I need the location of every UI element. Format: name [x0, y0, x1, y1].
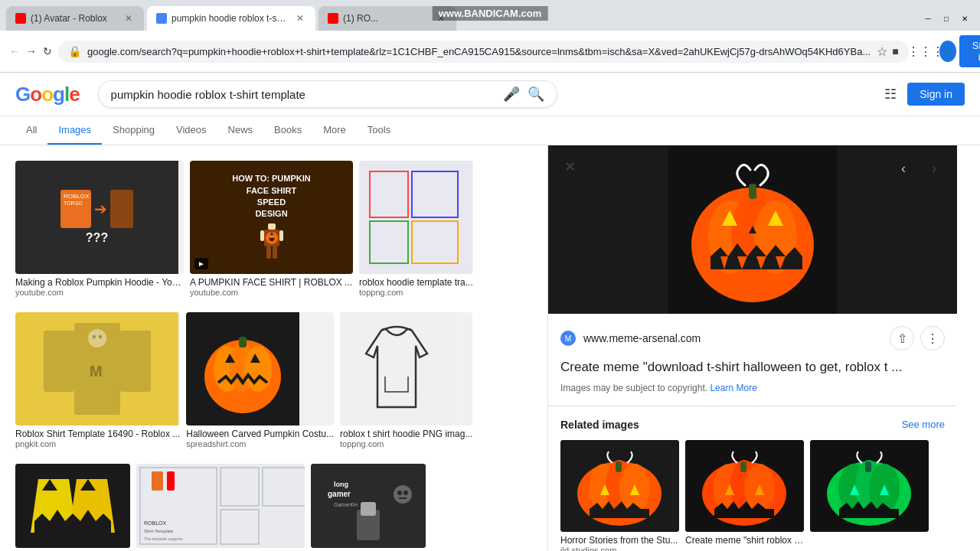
svg-text:This template supports: This template supports: [144, 536, 183, 541]
tab-2[interactable]: pumpkin hoodie roblox t-shirt te... ✕: [147, 6, 315, 31]
related-image-1[interactable]: Horror Stories from the Stu... jld-studi…: [560, 440, 679, 551]
apps-icon[interactable]: ⋮⋮⋮: [915, 41, 936, 62]
window-controls: ─ □ ✕: [919, 9, 974, 28]
source-favicon: M: [560, 331, 576, 346]
img-meta-3: roblox hoodie template tra... toppng.com: [359, 274, 473, 300]
thumb-horror-pumpkin: [15, 464, 130, 548]
img-title-2: A PUMPKIN FACE SHIRT | ROBLOX ...: [190, 277, 353, 288]
nav-news[interactable]: News: [217, 116, 264, 145]
svg-rect-46: [152, 471, 163, 491]
sign-in-button[interactable]: Sign in: [959, 35, 980, 67]
forward-button[interactable]: →: [26, 41, 37, 62]
back-button[interactable]: ←: [9, 41, 20, 62]
svg-point-25: [99, 335, 102, 339]
svg-point-58: [397, 491, 402, 495]
lock-icon: 🔒: [68, 45, 81, 57]
image-card-4[interactable]: M Roblox Shirt Template 16490 - Roblox .…: [15, 312, 180, 452]
search-bar[interactable]: 🎤 🔍: [98, 80, 557, 108]
detail-title: Create meme "download t-shirt halloween …: [560, 358, 945, 377]
google-sign-in-button[interactable]: Sign in: [907, 83, 965, 106]
img-source-4: pngkit.com: [15, 439, 180, 448]
svg-rect-5: [260, 230, 264, 241]
search-submit-icon[interactable]: 🔍: [528, 86, 544, 103]
related-header: Related images See more: [560, 419, 945, 431]
svg-rect-7: [266, 246, 271, 259]
related-img-label-2: Create meme "shirt roblox t...: [685, 535, 804, 546]
img-meta-4: Roblox Shirt Template 16490 - Roblox ...…: [15, 425, 180, 452]
detail-prev-button[interactable]: ‹: [891, 156, 916, 181]
tab-2-label: pumpkin hoodie roblox t-shirt te...: [172, 13, 289, 24]
google-page: Google 🎤 🔍 ☷ Sign in All Images Shopping…: [0, 73, 980, 551]
svg-point-24: [93, 335, 96, 339]
svg-rect-31: [239, 337, 247, 347]
svg-rect-87: [740, 461, 746, 472]
address-bar[interactable]: 🔒 google.com/search?q=pumpkin+hoodie+rob…: [58, 41, 909, 63]
nav-more[interactable]: More: [312, 116, 357, 145]
image-row-3: ROBLOX Shirt Template This template supp…: [0, 458, 547, 551]
thumb-roblox2: ROBLOX Shirt Template This template supp…: [136, 464, 305, 548]
more-options-button[interactable]: ⋮: [920, 326, 945, 350]
svg-rect-21: [120, 331, 151, 392]
close-button[interactable]: ✕: [959, 12, 971, 24]
minimize-button[interactable]: ─: [922, 12, 934, 24]
svg-point-23: [88, 329, 106, 347]
main-content: ROBLOX TORSO ➔ ??? Making a R: [0, 145, 980, 551]
tab-1[interactable]: (1) Avatar - Roblox ✕: [6, 6, 144, 31]
thumb-pumpkin-text: How To: PumpkinFace ShirtSpeedDesign: [190, 161, 353, 274]
image-card-2[interactable]: How To: PumpkinFace ShirtSpeedDesign: [190, 161, 353, 300]
google-logo[interactable]: Google: [15, 83, 80, 106]
svg-rect-65: [749, 184, 756, 199]
learn-more-link[interactable]: Learn More: [710, 383, 756, 393]
tab-3-favicon: [328, 13, 338, 24]
extension-icon[interactable]: ■: [892, 45, 898, 57]
image-card-3[interactable]: roblox hoodie template tra... toppng.com: [359, 161, 473, 300]
refresh-button[interactable]: ↻: [43, 41, 52, 62]
star-icon[interactable]: ☆: [877, 44, 887, 59]
svg-text:Shirt Template: Shirt Template: [144, 529, 174, 533]
tab-2-close[interactable]: ✕: [294, 13, 306, 24]
share-icon-button[interactable]: ⇧: [890, 326, 914, 350]
nav-books[interactable]: Books: [263, 116, 312, 145]
img-source-3: toppng.com: [359, 288, 473, 297]
related-images-container: Horror Stories from the Stu... jld-studi…: [560, 440, 945, 551]
img-meta-5: Halloween Carved Pumpkin Costu... spread…: [186, 425, 334, 452]
nav-images[interactable]: Images: [47, 116, 102, 145]
nav-tools[interactable]: Tools: [357, 116, 401, 145]
microphone-icon[interactable]: 🎤: [503, 86, 520, 103]
detail-close-button[interactable]: ✕: [559, 156, 580, 178]
image-results: ROBLOX TORSO ➔ ??? Making a R: [0, 145, 547, 551]
tab-1-close[interactable]: ✕: [122, 13, 135, 24]
nav-videos[interactable]: Videos: [165, 116, 217, 145]
svg-rect-6: [279, 230, 283, 241]
detail-panel: ✕ ‹ ›: [547, 145, 957, 551]
nav-shopping[interactable]: Shopping: [102, 116, 165, 145]
nav-all[interactable]: All: [15, 116, 47, 145]
related-img-thumb-1: [560, 440, 679, 532]
thumb-hoodie-outline: [340, 312, 453, 425]
image-card-1[interactable]: ROBLOX TORSO ➔ ??? Making a R: [15, 161, 184, 300]
svg-text:ROBLOX: ROBLOX: [144, 520, 167, 526]
image-card-9[interactable]: long gamer GamerKH: [311, 464, 426, 551]
search-input[interactable]: [111, 88, 495, 101]
image-row-1: ROBLOX TORSO ➔ ??? Making a R: [0, 155, 547, 300]
main-pumpkin-image: [668, 145, 837, 314]
detail-next-button[interactable]: ›: [922, 156, 946, 181]
related-image-2[interactable]: Create meme "shirt roblox t...: [685, 440, 804, 551]
image-card-6[interactable]: roblox t shirt hoodie PNG imag... toppng…: [340, 312, 472, 452]
profile-icon[interactable]: 👤: [939, 41, 956, 62]
tab-1-favicon: [15, 13, 26, 24]
image-card-8[interactable]: ROBLOX Shirt Template This template supp…: [136, 464, 305, 551]
google-apps-icon[interactable]: ☷: [880, 83, 901, 105]
detail-nav: ‹ ›: [891, 156, 946, 181]
image-card-5[interactable]: Halloween Carved Pumpkin Costu... spread…: [186, 312, 334, 452]
img-title-4: Roblox Shirt Template 16490 - Roblox ...: [15, 429, 180, 439]
related-image-3[interactable]: [810, 440, 929, 551]
bandicam-watermark: www.BANDICAM.com: [433, 6, 548, 21]
img-meta-1: Making a Roblox Pumpkin Hoodie - YouTu..…: [15, 274, 184, 300]
thumb-roblox-template: ROBLOX TORSO ➔ ???: [15, 161, 178, 274]
image-card-7[interactable]: [15, 464, 130, 551]
svg-text:GamerKH: GamerKH: [334, 502, 358, 507]
see-more-link[interactable]: See more: [902, 419, 945, 430]
maximize-button[interactable]: □: [940, 12, 952, 24]
img-source-5: spreadshirt.com: [186, 439, 334, 448]
